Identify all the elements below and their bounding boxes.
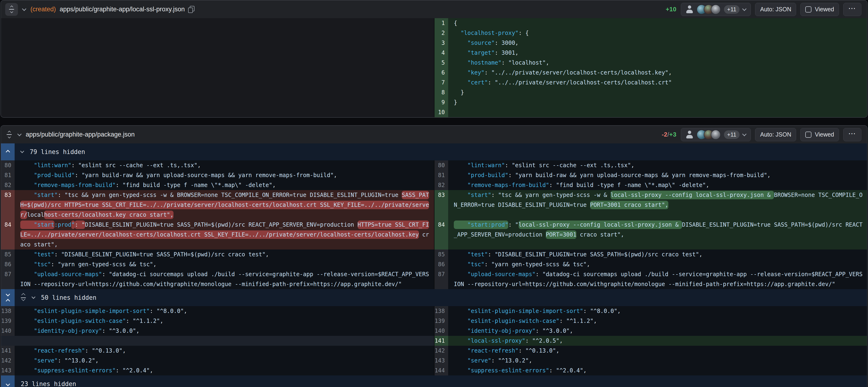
code-line-text: } <box>448 97 867 107</box>
diff-line: 85 "test": "DISABLE_ESLINT_PLUGIN=true S… <box>434 249 867 260</box>
code-token: "upload-source-maps" <box>34 271 102 277</box>
hidden-lines-label: 23 lines hidden <box>21 381 76 387</box>
line-number[interactable]: 84 <box>1 220 14 249</box>
line-number[interactable]: 82 <box>1 180 14 190</box>
diff-line: 138 "eslint-plugin-simple-import-sort": … <box>1 306 434 316</box>
code-token: , <box>266 251 269 258</box>
line-number[interactable]: 5 <box>434 58 448 68</box>
diff-line: 82 "remove-maps-from-build": "find build… <box>434 180 867 190</box>
code-line-text: "test": "DISABLE_ESLINT_PLUGIN=true SASS… <box>14 249 434 260</box>
format-select-button[interactable]: Auto: JSON <box>755 128 796 141</box>
reviewers-button[interactable]: +11 <box>681 128 751 141</box>
collapse-file-chevron-icon[interactable] <box>17 132 22 136</box>
line-number[interactable]: 140 <box>1 326 14 336</box>
unfold-file-icon[interactable] <box>7 131 12 138</box>
line-number[interactable]: 141 <box>1 346 14 356</box>
more-options-button[interactable]: ⋯ <box>843 3 861 16</box>
line-number[interactable]: 80 <box>1 160 14 170</box>
code-token: "identity-obj-proxy" <box>34 328 102 334</box>
code-token: , <box>546 59 549 66</box>
diff-line: 83 "start": "tsc && yarn gen-typed-scss … <box>1 190 434 220</box>
code-token: , <box>160 318 163 324</box>
chevron-down-icon[interactable] <box>32 295 36 299</box>
line-number[interactable]: 1 <box>434 18 448 28</box>
line-number[interactable]: 3 <box>434 38 448 48</box>
diff-row: 84 "start:prod": "DISABLE_ESLINT_PLUGIN=… <box>1 220 867 249</box>
format-select-button[interactable]: Auto: JSON <box>755 3 796 16</box>
unfold-file-button[interactable] <box>5 3 18 16</box>
line-number[interactable]: 141 <box>434 336 448 346</box>
line-number[interactable]: 144 <box>434 365 448 376</box>
hidden-lines-row: 50 lines hidden <box>1 289 867 306</box>
line-number[interactable]: 83 <box>434 190 448 220</box>
code-line-text: "serve": "^13.0.2", <box>14 356 434 365</box>
line-number[interactable]: 9 <box>434 97 448 107</box>
code-token: "tsc" <box>467 261 485 268</box>
code-token: "^13.0.2" <box>498 357 529 364</box>
code-token: "DISABLE_ESLINT_PLUGIN=true SASS_PATH=$(… <box>495 251 699 258</box>
viewed-toggle-button[interactable]: Viewed <box>800 128 839 141</box>
code-token: : <box>491 357 498 364</box>
expand-up-icon[interactable] <box>6 150 10 154</box>
viewed-label: Viewed <box>815 6 834 13</box>
line-number[interactable]: 10 <box>434 107 448 117</box>
reviewers-button[interactable]: +11 <box>681 3 751 16</box>
line-number[interactable]: 2 <box>434 28 448 38</box>
changed-word-highlight: " <box>71 220 75 229</box>
diff-line: 140 "identity-obj-proxy": "^3.0.0", <box>1 326 434 336</box>
code-token: , <box>587 261 590 268</box>
format-select-label: Auto: JSON <box>760 6 791 13</box>
line-number[interactable]: 138 <box>434 306 448 316</box>
expand-up-icon[interactable] <box>6 299 10 303</box>
line-number[interactable]: 87 <box>1 269 14 289</box>
line-number[interactable]: 87 <box>434 269 448 289</box>
unfold-icon[interactable] <box>21 295 26 300</box>
line-number[interactable]: 83 <box>1 190 14 220</box>
code-token: "serve" <box>34 357 58 364</box>
code-token: "cert" <box>467 79 488 86</box>
line-number[interactable]: 139 <box>434 316 448 326</box>
line-number[interactable]: 140 <box>434 326 448 336</box>
code-token: : <box>116 182 123 188</box>
code-token: : <box>508 172 515 179</box>
viewed-toggle-button[interactable]: Viewed <box>800 3 839 16</box>
line-number[interactable]: 143 <box>1 365 14 376</box>
line-number[interactable]: 138 <box>1 306 14 316</box>
code-token: DISABLE_ESLINT_PLUGIN=true SASS_PATH=$(p… <box>85 221 358 228</box>
copy-path-icon[interactable] <box>188 6 194 13</box>
line-number[interactable]: 85 <box>1 249 14 260</box>
expand-down-icon[interactable] <box>6 292 10 296</box>
line-number[interactable]: 7 <box>434 78 448 88</box>
line-number[interactable]: 84 <box>434 220 448 249</box>
line-number[interactable]: 143 <box>434 356 448 365</box>
line-number[interactable]: 4 <box>434 48 448 58</box>
code-token: , <box>767 172 770 179</box>
chevron-down-icon <box>742 132 747 136</box>
code-token: , <box>334 172 337 179</box>
code-token <box>454 162 467 169</box>
diff-row: 141 "react-refresh": "^0.13.0",142 "reac… <box>1 346 867 356</box>
line-number[interactable]: 142 <box>1 356 14 365</box>
code-token <box>454 318 467 324</box>
line-number[interactable]: 82 <box>434 180 448 190</box>
expand-down-icon[interactable] <box>6 382 10 386</box>
code-token: "^2.0.4" <box>122 367 150 374</box>
line-number[interactable]: 81 <box>434 170 448 180</box>
collapse-file-chevron-icon[interactable] <box>22 7 26 11</box>
code-token: "^0.13.0" <box>92 347 122 354</box>
more-options-button[interactable]: ⋯ <box>843 128 861 141</box>
line-number[interactable]: 81 <box>1 170 14 180</box>
diff-line: 3 "source": 3000, <box>434 38 867 48</box>
line-number[interactable]: 8 <box>434 88 448 97</box>
line-number[interactable]: 85 <box>434 249 448 260</box>
line-number[interactable]: 80 <box>434 160 448 170</box>
line-number[interactable]: 139 <box>1 316 14 326</box>
line-number[interactable]: 86 <box>434 260 448 269</box>
line-number[interactable]: 6 <box>434 68 448 78</box>
line-number[interactable]: 86 <box>1 260 14 269</box>
code-line-text: "eslint-plugin-simple-import-sort": "^8.… <box>14 306 434 316</box>
diff-line: 7 "cert": "../../private/server/localhos… <box>434 78 867 88</box>
line-number[interactable]: 142 <box>434 346 448 356</box>
code-token: , <box>184 308 187 315</box>
chevron-down-icon[interactable] <box>20 149 24 153</box>
